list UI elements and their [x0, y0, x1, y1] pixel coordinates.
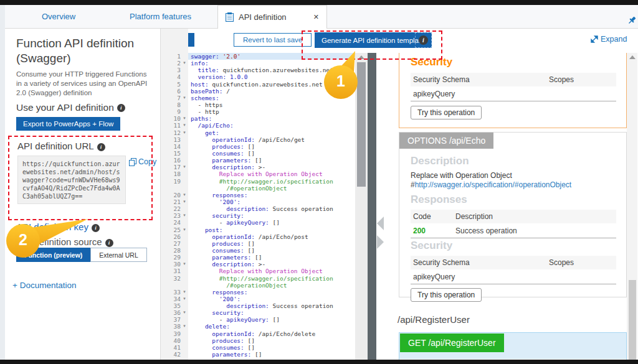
try-operation-button[interactable]: Try this operation — [411, 106, 482, 119]
fold-arrow-icon[interactable]: ▾ — [181, 95, 188, 101]
code-line[interactable]: 42 parameters: [] — [161, 351, 355, 358]
code-line[interactable]: 8 - https — [161, 101, 355, 108]
fold-arrow-icon[interactable]: ▾ — [181, 323, 188, 330]
code-line[interactable]: 33▾ responses: — [161, 289, 355, 296]
code-line[interactable]: 31 Replace with Operation Object — [161, 268, 355, 274]
code-line[interactable]: 10▾paths: — [161, 115, 355, 122]
code-line[interactable]: 39 operationId: /api/Echo/delete — [161, 330, 355, 337]
tab-api-definition[interactable]: API definition ✕ — [217, 5, 327, 29]
code-line[interactable]: 41 consumes: [] — [161, 344, 355, 351]
revert-button[interactable]: Revert to last save — [234, 33, 312, 47]
security-heading: Security — [411, 240, 452, 252]
code-line[interactable]: 30▾ description: >- — [161, 261, 355, 268]
code-line[interactable]: 9 - http — [161, 108, 355, 115]
fold-arrow-icon[interactable]: ▾ — [181, 129, 188, 136]
code-line[interactable]: 15 consumes: [] — [161, 150, 355, 157]
try-operation-button[interactable]: Try this operation — [411, 288, 482, 302]
fold-arrow-icon[interactable]: ▾ — [181, 115, 188, 122]
code-line[interactable]: 34▾ '200': — [161, 296, 355, 302]
tab-close-icon[interactable]: ✕ — [313, 13, 319, 21]
callout-number-1: 1 — [331, 72, 350, 90]
fold-spacer — [181, 302, 188, 309]
info-icon[interactable]: i — [117, 104, 125, 112]
tab-platform-features[interactable]: Platform features — [130, 12, 191, 21]
code-line[interactable]: 27 produces: [] — [161, 240, 355, 247]
code-line[interactable]: 36▾ security: — [161, 309, 355, 316]
responses-table: Code Description 200 Success operation — [411, 210, 616, 238]
fold-spacer — [181, 150, 188, 157]
fold-spacer — [181, 143, 188, 150]
status-code: 200 — [411, 226, 455, 235]
code-line[interactable]: 13 operationId: /api/Echo/get — [161, 136, 355, 143]
code-line[interactable]: 23▾ security: — [161, 212, 355, 219]
fold-spacer — [181, 81, 188, 88]
fold-spacer — [181, 67, 188, 73]
code-line[interactable]: 12▾ get: — [161, 129, 355, 136]
code-col-header: Code — [411, 212, 455, 221]
blade-left-edge — [0, 5, 5, 360]
get-method-badge[interactable]: GET /api/RegisterUser — [400, 334, 504, 352]
page-subtitle: Consume your HTTP triggered Functions in… — [16, 70, 150, 98]
options-echo-card: OPTIONS /api/Echo Description Replace wi… — [399, 132, 627, 297]
fold-arrow-icon[interactable]: ▾ — [181, 289, 188, 296]
code-line[interactable]: 28 consumes: [] — [161, 247, 355, 254]
info-icon[interactable]: i — [92, 224, 100, 232]
collapse-left-icon[interactable] — [377, 217, 384, 230]
code-line[interactable]: 35 description: Success operation — [161, 302, 355, 309]
security-table: Security Schema Scopes apikeyQuery — [411, 256, 616, 284]
code-line[interactable]: 40 produces: [] — [161, 337, 355, 344]
code-line[interactable]: 19 #http://swagger.io/specification — [161, 178, 355, 185]
fold-arrow-icon[interactable]: ▾ — [181, 212, 188, 219]
fold-arrow-icon[interactable]: ▾ — [181, 192, 188, 198]
code-line[interactable]: 22 description: Success operation — [161, 205, 355, 212]
fold-arrow-icon[interactable]: ▾ — [181, 122, 188, 129]
expand-icon — [591, 35, 598, 43]
code-line[interactable]: 17▾ description: >- — [161, 164, 355, 170]
code-line[interactable]: 38▾ delete: — [161, 323, 355, 330]
pin-icon[interactable] — [627, 16, 637, 25]
code-line[interactable]: 37 - apikeyQuery: [] — [161, 316, 355, 323]
table-row: apikeyQuery — [411, 86, 616, 101]
table-row: 200 Success operation — [411, 223, 616, 238]
code-line[interactable]: 26 operationId: /api/Echo/post — [161, 233, 355, 240]
code-line[interactable]: 20▾ responses: — [161, 192, 355, 198]
code-line[interactable]: /#operationObject — [161, 282, 355, 289]
fold-spacer — [181, 344, 188, 351]
tab-overview[interactable]: Overview — [42, 12, 75, 21]
code-line[interactable]: 25▾ post: — [161, 226, 355, 233]
code-line[interactable]: 32 #http://swagger.io/specification — [161, 275, 355, 282]
fold-arrow-icon[interactable]: ▾ — [181, 309, 188, 316]
fold-spacer — [181, 157, 188, 164]
pane-splitter[interactable] — [368, 53, 376, 360]
code-line[interactable]: 24 - apikeyQuery: [] — [161, 219, 355, 226]
fold-spacer — [181, 275, 188, 282]
fold-spacer — [181, 219, 188, 226]
code-line[interactable]: 21▾ '200': — [161, 198, 355, 205]
code-line[interactable]: 16 parameters: [] — [161, 157, 355, 164]
scroll-up-icon[interactable] — [629, 55, 636, 59]
fold-arrow-icon[interactable]: ▾ — [181, 226, 188, 233]
options-method-badge[interactable]: OPTIONS /api/Echo — [399, 133, 493, 149]
code-line[interactable]: 29 parameters: [] — [161, 254, 355, 261]
collapse-right-icon[interactable] — [377, 235, 384, 249]
code-line[interactable]: 14 produces: [] — [161, 143, 355, 150]
right-panel-scroll-thumb[interactable] — [629, 280, 636, 360]
register-user-section-title: /api/RegisterUser — [398, 314, 470, 325]
swagger-spec-link[interactable]: http://swagger.io/specification/#operati… — [415, 180, 571, 189]
info-icon[interactable]: i — [105, 239, 113, 247]
code-line[interactable]: 18 Replace with Operation Object — [161, 170, 355, 177]
export-powerapps-button[interactable]: Export to PowerApps + Flow — [16, 117, 120, 131]
code-line[interactable]: /#operationObject — [161, 185, 355, 192]
code-line[interactable]: 11▾ /api/Echo: — [161, 122, 355, 129]
fold-arrow-icon[interactable]: ▾ — [181, 296, 188, 302]
fold-spacer — [181, 268, 188, 274]
fold-arrow-icon[interactable]: ▾ — [181, 60, 188, 67]
expand-button[interactable]: Expand — [591, 35, 627, 44]
description-text: Replace with Operation Object #http://sw… — [411, 171, 571, 190]
fold-arrow-icon[interactable]: ▾ — [181, 261, 188, 268]
fold-arrow-icon[interactable]: ▾ — [181, 164, 188, 170]
source-external-button[interactable]: External URL — [90, 248, 146, 262]
documentation-link[interactable]: + Documentation — [12, 281, 76, 290]
fold-spacer — [181, 233, 188, 240]
fold-arrow-icon[interactable]: ▾ — [181, 198, 188, 205]
